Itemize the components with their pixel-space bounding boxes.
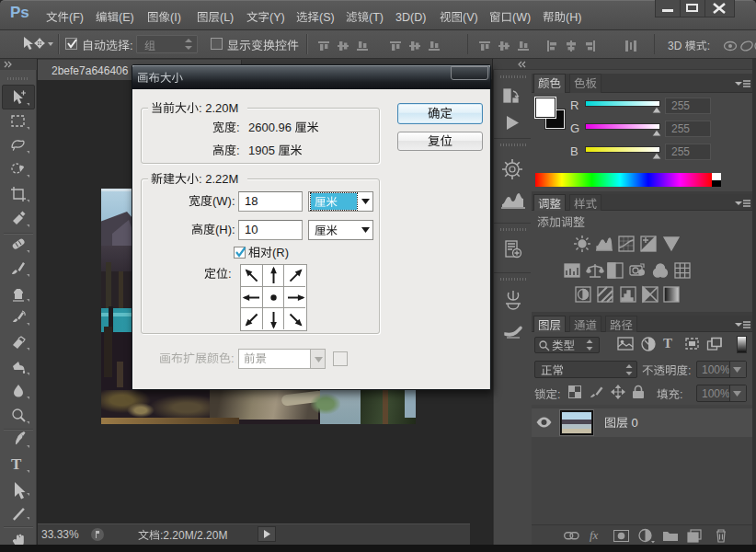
svg-text:: 2.20M: : 2.20M bbox=[199, 101, 238, 115]
svg-text:3D(D): 3D(D) bbox=[395, 11, 426, 24]
svg-text:(T): (T) bbox=[369, 11, 384, 24]
svg-text:(W):: (W): bbox=[212, 194, 235, 208]
svg-text::2.20M/2.20M: :2.20M/2.20M bbox=[160, 529, 227, 542]
svg-text::: : bbox=[688, 364, 691, 377]
svg-text:0: 0 bbox=[628, 416, 638, 430]
svg-text::: : bbox=[707, 40, 710, 52]
svg-text:(I): (I) bbox=[170, 11, 181, 24]
svg-text:(R): (R) bbox=[272, 246, 289, 259]
svg-text:(H): (H) bbox=[566, 11, 581, 24]
svg-text::: : bbox=[130, 39, 133, 52]
svg-text:3D: 3D bbox=[668, 40, 685, 52]
svg-text:(Y): (Y) bbox=[269, 11, 285, 24]
svg-text:(W): (W) bbox=[512, 11, 531, 24]
svg-text:(L): (L) bbox=[220, 11, 234, 24]
svg-text:1905: 1905 bbox=[248, 144, 279, 157]
svg-text:(F): (F) bbox=[69, 11, 84, 24]
svg-text:(S): (S) bbox=[319, 11, 335, 24]
svg-text:(V): (V) bbox=[463, 11, 478, 24]
svg-text::: : bbox=[557, 388, 560, 401]
svg-text:(H):: (H): bbox=[215, 223, 235, 236]
svg-text::: : bbox=[236, 121, 240, 134]
svg-text:(E): (E) bbox=[119, 11, 134, 24]
svg-text::: : bbox=[231, 351, 235, 365]
svg-text::: : bbox=[236, 144, 240, 157]
svg-text::: : bbox=[228, 267, 232, 281]
svg-text::: : bbox=[680, 388, 682, 401]
svg-text:: 2.22M: : 2.22M bbox=[199, 172, 238, 186]
svg-text:2600.96: 2600.96 bbox=[248, 121, 295, 134]
